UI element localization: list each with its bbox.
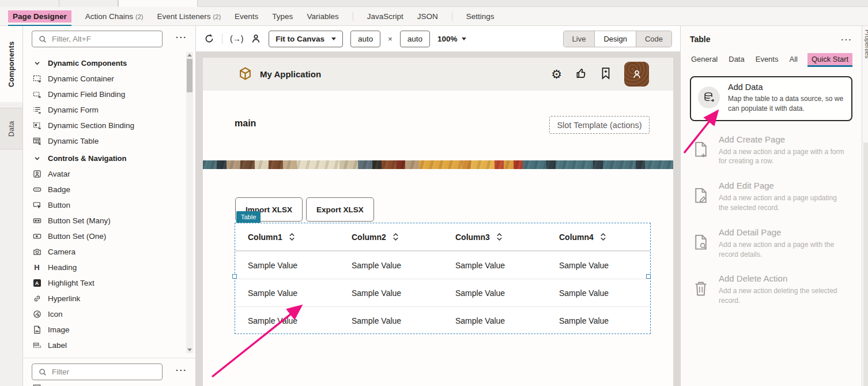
structure-overflow-menu[interactable]: ··· — [176, 366, 187, 375]
component-avatar[interactable]: Avatar — [32, 166, 180, 182]
mode-live[interactable]: Live — [564, 31, 595, 47]
component-dynamic-section-binding[interactable]: Dynamic Section Binding — [32, 118, 180, 133]
quickstart-add-data-card[interactable]: Add Data Map the table to a data source,… — [690, 76, 852, 121]
table-cell[interactable]: Sample Value — [235, 307, 339, 334]
components-filter[interactable] — [32, 31, 163, 47]
rail-tab-data[interactable]: Data — [0, 108, 22, 149]
canvas-width-input[interactable] — [351, 31, 380, 47]
table-cell[interactable]: Sample Value — [339, 307, 443, 334]
user-avatar[interactable] — [624, 62, 649, 87]
component-highlight-text[interactable]: A Highlight Text — [32, 275, 180, 291]
component-heading[interactable]: H Heading — [32, 260, 180, 275]
component-dynamic-field-binding[interactable]: Dynamic Field Binding — [32, 87, 180, 102]
column-header[interactable]: Column3 — [443, 223, 546, 250]
decorative-banner-image[interactable] — [203, 160, 673, 169]
selection-handle-left[interactable] — [232, 274, 237, 279]
scrollbar-thumb[interactable] — [187, 59, 193, 92]
quickstart-add-detail-page[interactable]: Add Detail Page Add a new action and a p… — [692, 227, 846, 260]
scrollbar-up-arrow[interactable] — [187, 54, 192, 57]
tab-event-listeners[interactable]: Event Listeners(2) — [157, 12, 221, 21]
table-cell[interactable]: Sample Value — [339, 279, 443, 306]
component-dynamic-container[interactable]: Dynamic Container — [32, 71, 180, 87]
table-cell[interactable]: Sample Value — [546, 307, 650, 334]
tab-javascript[interactable]: JavaScript — [367, 12, 403, 21]
table-cell[interactable]: Sample Value — [443, 252, 546, 279]
app-header[interactable]: My Application ⚙ — [203, 58, 673, 91]
table-cell[interactable]: Sample Value — [339, 252, 443, 279]
boundary-arrow-icon[interactable]: (→) — [230, 34, 243, 43]
component-button-set-one[interactable]: Button Set (One) — [32, 228, 180, 244]
zoom-dropdown[interactable]: 100% — [437, 35, 466, 43]
structure-filter[interactable] — [32, 363, 163, 380]
mode-design[interactable]: Design — [594, 31, 635, 47]
tab-action-chains[interactable]: Action Chains(2) — [85, 12, 144, 21]
component-hyperlink[interactable]: Hyperlink — [32, 291, 180, 306]
component-camera[interactable]: Camera — [32, 244, 180, 260]
table-cell[interactable]: Sample Value — [443, 307, 546, 334]
panel-overflow-menu[interactable]: ··· — [841, 35, 853, 44]
scrollbar-down-arrow[interactable] — [187, 348, 192, 351]
toolbar-divider — [222, 33, 222, 44]
panel-tab-quick-start[interactable]: Quick Start — [807, 53, 852, 67]
quickstart-add-create-page[interactable]: Add Create Page Add a new action and a p… — [692, 134, 846, 167]
tab-settings[interactable]: Settings — [466, 12, 495, 21]
panel-tab-all[interactable]: All — [788, 53, 798, 67]
structure-filter-input[interactable] — [52, 368, 156, 376]
component-dynamic-form[interactable]: Dynamic Form — [32, 102, 180, 118]
component-badge[interactable]: Badge — [32, 182, 180, 197]
sidebar-overflow-menu[interactable]: ··· — [176, 33, 187, 42]
export-xlsx-button[interactable]: Export XLSX — [306, 197, 374, 222]
app-logo-cube-icon[interactable] — [238, 66, 252, 83]
rendered-page[interactable]: My Application ⚙ main Slot Template (act… — [203, 58, 673, 386]
table-cell[interactable]: Sample Value — [235, 279, 339, 306]
component-icon[interactable]: Icon — [32, 306, 180, 322]
tab-json[interactable]: JSON — [417, 12, 438, 21]
page-heading[interactable]: main — [235, 118, 256, 129]
tab-page-designer[interactable]: Page Designer — [8, 10, 71, 23]
thumbs-up-icon[interactable] — [575, 67, 587, 81]
column-header[interactable]: Column2 — [339, 223, 443, 250]
active-document-tab[interactable] — [118, 0, 198, 7]
bookmark-plus-icon[interactable] — [600, 67, 612, 81]
table-component[interactable]: Column1 Column2 Column3 Column4 Sample V… — [235, 223, 651, 334]
right-edge-rail[interactable]: Properties — [862, 26, 868, 386]
canvas-height-input[interactable] — [401, 31, 429, 47]
background-tab[interactable] — [59, 0, 118, 7]
panel-tab-general[interactable]: General — [690, 53, 719, 67]
tab-variables[interactable]: Variables — [307, 12, 338, 21]
design-canvas[interactable]: My Application ⚙ main Slot Template (act… — [196, 52, 680, 386]
table-cell[interactable]: Sample Value — [235, 252, 339, 279]
selection-handle-right[interactable] — [646, 274, 651, 279]
quickstart-add-delete-action[interactable]: Add Delete Action Add a new action delet… — [692, 273, 846, 306]
section-dynamic-components[interactable]: Dynamic Components — [32, 55, 180, 71]
tab-events[interactable]: Events — [235, 12, 258, 21]
components-filter-input[interactable] — [52, 35, 156, 43]
canvas-width-field[interactable] — [350, 31, 380, 47]
panel-tab-data[interactable]: Data — [727, 53, 745, 67]
user-icon[interactable] — [251, 33, 261, 44]
component-button-set-many[interactable]: Button Set (Many) — [32, 213, 180, 228]
mode-code[interactable]: Code — [636, 31, 671, 47]
section-controls-navigation[interactable]: Controls & Navigation — [32, 150, 180, 166]
background-tab[interactable] — [0, 0, 59, 7]
table-cell[interactable]: Sample Value — [443, 279, 546, 306]
quickstart-add-edit-page[interactable]: Add Edit Page Add a new action and a pag… — [692, 181, 846, 213]
slot-template-placeholder[interactable]: Slot Template (actions) — [549, 116, 650, 134]
rail-tab-components[interactable]: Components — [0, 26, 22, 102]
table-cell[interactable]: Sample Value — [546, 252, 650, 279]
column-header[interactable]: Column4 — [546, 223, 650, 250]
column-header[interactable]: Column1 — [235, 223, 339, 250]
gear-icon[interactable]: ⚙ — [551, 68, 562, 80]
component-image[interactable]: Image — [32, 322, 180, 338]
sidebar-scrollbar[interactable] — [186, 52, 193, 353]
refresh-icon[interactable] — [204, 33, 214, 44]
fit-to-canvas-dropdown[interactable]: Fit to Canvas — [269, 31, 343, 47]
panel-tab-events[interactable]: Events — [754, 53, 780, 67]
right-scrollbar-track[interactable] — [863, 143, 868, 386]
table-cell[interactable]: Sample Value — [546, 279, 650, 306]
component-dynamic-table[interactable]: Dynamic Table — [32, 133, 180, 149]
canvas-height-field[interactable] — [400, 31, 430, 47]
component-button[interactable]: Button — [32, 197, 180, 213]
tab-types[interactable]: Types — [272, 12, 293, 21]
component-label[interactable]: Label — [32, 338, 180, 353]
